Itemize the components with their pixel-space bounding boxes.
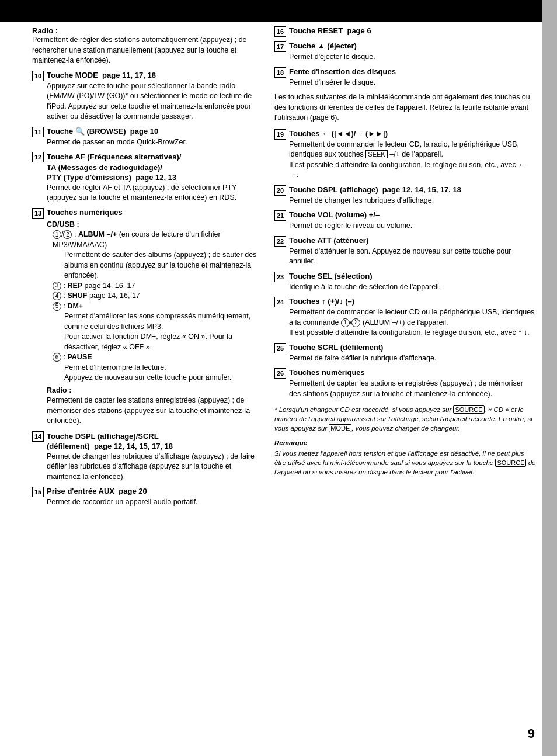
item-16: 16 Touche RESET page 6: [274, 26, 537, 37]
left-column: Radio : Permettent de régler des station…: [32, 26, 260, 756]
item-14-number: 14: [32, 431, 44, 442]
item-13-title: Touches numériques: [47, 208, 123, 217]
item-17: 17 Touche ▲ (éjecter) Permet d'éjecter l…: [274, 41, 537, 63]
item-12-body: Permet de régler AF et TA (appuyez) ; de…: [32, 183, 260, 203]
footnote-star: * Lorsqu'un changeur CD est raccordé, si…: [274, 405, 537, 434]
circle-6: 6: [53, 353, 61, 362]
radio-intro-text: Permettent de régler des stations automa…: [32, 35, 260, 66]
item-18-number: 18: [274, 67, 286, 78]
item-13-radio-body: Permettent de capter les stations enregi…: [47, 396, 260, 426]
item-11-header: 11 Touche 🔍 (BROWSE) page 10: [32, 127, 260, 137]
circle-1: 1: [53, 230, 61, 239]
item-19-title: Touches ← (|◄◄)/→ (►►|): [289, 129, 388, 138]
item-19-number: 19: [274, 129, 286, 140]
item-24-header: 24 Touches ↑ (+)/↓ (–): [274, 297, 537, 307]
album-label: ALBUM –/+: [78, 230, 117, 238]
item-13-number: 13: [32, 208, 44, 219]
item-25-number: 25: [274, 343, 286, 353]
item-20: 20 Touche DSPL (affichage) page 12, 14, …: [274, 185, 537, 206]
item-25-body: Permet de faire défiler la rubrique d'af…: [274, 353, 537, 364]
item-23-number: 23: [274, 272, 286, 282]
item-12: 12 Touche AF (Fréquences alternatives)/T…: [32, 152, 260, 203]
item-17-body: Permet d'éjecter le disque.: [274, 52, 537, 63]
dm-desc: Permet d'améliorer les sons compressés n…: [64, 311, 260, 352]
item-15: 15 Prise d'entrée AUX page 20 Permet de …: [32, 487, 260, 508]
item-19-header: 19 Touches ← (|◄◄)/→ (►►|): [274, 129, 537, 140]
item-22-number: 22: [274, 236, 286, 247]
item-15-title: Prise d'entrée AUX page 20: [47, 487, 147, 495]
item-24-title: Touches ↑ (+)/↓ (–): [289, 297, 354, 306]
item-24-body: Permettent de commander le lecteur CD ou…: [274, 307, 537, 338]
item-17-title: Touche ▲ (éjecter): [289, 41, 357, 50]
item-18-title: Fente d'insertion des disques: [289, 67, 396, 76]
circle-2b: 2: [351, 318, 360, 327]
pause-desc: Permet d'interrompre la lecture.Appuyez …: [64, 363, 260, 383]
item-12-title: Touche AF (Fréquences alternatives)/TA (…: [47, 152, 181, 183]
item-14-header: 14 Touche DSPL (affichage)/SCRL(défileme…: [32, 431, 260, 452]
item-24-number: 24: [274, 297, 286, 307]
item-13-cd-6: 6 : PAUSE Permet d'interrompre la lectur…: [53, 352, 260, 383]
circle-5: 5: [53, 302, 61, 311]
item-10-body: Appuyez sur cette touche pour sélectionn…: [32, 81, 260, 122]
source-box-2: SOURCE: [495, 459, 526, 467]
item-13-cd-items: 1/2 : ALBUM –/+ (en cours de lecture d'u…: [53, 230, 260, 383]
item-12-number: 12: [32, 152, 44, 162]
remark-section: Remarque Si vous mettez l'appareil hors …: [274, 438, 537, 477]
remark-title: Remarque: [274, 438, 537, 448]
item-19-body: Permettent de commander le lecteur CD, l…: [274, 140, 537, 181]
item-22-header: 22 Touche ATT (atténuer): [274, 236, 537, 247]
item-26-number: 26: [274, 368, 286, 379]
item-16-number: 16: [274, 26, 286, 37]
source-box-1: SOURCE: [453, 405, 484, 414]
item-12-header: 12 Touche AF (Fréquences alternatives)/T…: [32, 152, 260, 183]
item-10-header: 10 Touche MODE page 11, 17, 18: [32, 71, 260, 81]
item-22: 22 Touche ATT (atténuer) Permet d'atténu…: [274, 236, 537, 267]
item-17-number: 17: [274, 41, 286, 52]
item-10: 10 Touche MODE page 11, 17, 18 Appuyez s…: [32, 71, 260, 122]
dm-label: DM+: [67, 302, 83, 310]
radio-intro-section: Radio : Permettent de régler des station…: [32, 26, 260, 66]
item-23-title: Touche SEL (sélection): [289, 272, 373, 280]
item-16-header: 16 Touche RESET page 6: [274, 26, 537, 37]
circle-4: 4: [53, 292, 61, 300]
item-13-cd-3: 3 : REP page 14, 16, 17: [53, 281, 260, 292]
item-21-title: Touche VOL (volume) +/–: [289, 210, 380, 219]
item-13-cd-5: 5 : DM+ Permet d'améliorer les sons comp…: [53, 301, 260, 353]
circle-3: 3: [53, 282, 61, 290]
main-layout: Radio : Permettent de régler des station…: [32, 26, 537, 756]
shuf-label: SHUF: [67, 292, 87, 300]
circle-1b: 1: [341, 318, 350, 327]
item-14-body: Permet de changer les rubriques d'affich…: [32, 452, 260, 483]
item-13-body: CD/USB : 1/2 : ALBUM –/+ (en cours de le…: [32, 220, 260, 426]
album-desc: Permettent de sauter des albums (appuyez…: [64, 250, 260, 281]
item-11-body: Permet de passer en mode Quick-BrowZer.: [32, 137, 260, 148]
item-14: 14 Touche DSPL (affichage)/SCRL(défileme…: [32, 431, 260, 483]
item-11: 11 Touche 🔍 (BROWSE) page 10 Permet de p…: [32, 127, 260, 148]
item-26: 26 Touches numériques Permettent de capt…: [274, 368, 537, 399]
right-sidebar: [542, 0, 557, 756]
item-25: 25 Touche SCRL (défilement) Permet de fa…: [274, 343, 537, 364]
item-26-body: Permettent de capter les stations enregi…: [274, 379, 537, 399]
item-21-header: 21 Touche VOL (volume) +/–: [274, 210, 537, 221]
item-13-cd-label: CD/USB :: [47, 220, 260, 230]
page-wrapper: 9 Radio : Permettent de régler des stati…: [0, 0, 557, 756]
item-11-title: Touche 🔍 (BROWSE) page 10: [47, 127, 158, 136]
remark-body: Si vous mettez l'appareil hors tension e…: [274, 449, 537, 477]
item-14-title: Touche DSPL (affichage)/SCRL(défilement)…: [47, 431, 173, 452]
circle-2: 2: [63, 230, 72, 239]
item-10-title: Touche MODE page 11, 17, 18: [47, 71, 156, 79]
item-26-title: Touches numériques: [289, 368, 365, 377]
item-23-header: 23 Touche SEL (sélection): [274, 272, 537, 282]
item-20-title: Touche DSPL (affichage) page 12, 14, 15,…: [289, 185, 461, 194]
item-13-radio-label: Radio :: [47, 386, 260, 396]
item-26-header: 26 Touches numériques: [274, 368, 537, 379]
top-black-bar: [0, 0, 557, 22]
item-19: 19 Touches ← (|◄◄)/→ (►►|) Permettent de…: [274, 129, 537, 181]
item-13-header: 13 Touches numériques: [32, 208, 260, 219]
item-13: 13 Touches numériques CD/USB : 1/2 : ALB…: [32, 208, 260, 426]
item-25-header: 25 Touche SCRL (défilement): [274, 343, 537, 353]
rep-label: REP: [67, 282, 82, 290]
item-20-header: 20 Touche DSPL (affichage) page 12, 14, …: [274, 185, 537, 196]
item-21-body: Permet de régler le niveau du volume.: [274, 221, 537, 231]
item-15-body: Permet de raccorder un appareil audio po…: [32, 497, 260, 508]
